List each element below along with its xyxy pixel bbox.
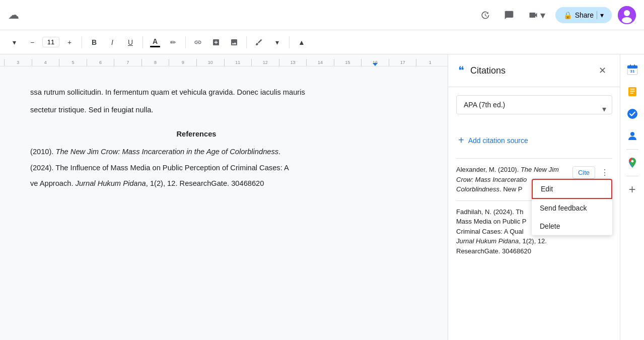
citations-close-button[interactable]: ✕ — [594, 62, 610, 79]
toolbar-menu-button[interactable]: ▾ — [6, 34, 22, 50]
ruler-mark: 14 — [306, 59, 334, 66]
reference-entry-2: (2024). The Influence of Mass Media on P… — [30, 162, 363, 174]
more-icon-1: ⋮ — [601, 168, 609, 177]
document-area[interactable]: 3 4 5 6 7 8 9 10 11 12 13 14 15 16 17 1 — [0, 54, 448, 340]
people-button[interactable] — [623, 127, 641, 145]
svg-point-10 — [630, 132, 634, 136]
reference-entry-3: ve Approach. Jurnal Hukum Pidana, 1(2), … — [30, 178, 363, 189]
toolbar-separator-2 — [142, 36, 143, 48]
dropdown-feedback-item[interactable]: Send feedback — [532, 199, 612, 217]
ruler-mark: 11 — [224, 59, 252, 66]
google-keep-button[interactable] — [623, 83, 641, 101]
google-calendar-button[interactable]: 31 — [623, 60, 641, 79]
text-color-icon: A — [153, 37, 158, 45]
dropdown-edit-item[interactable]: Edit — [532, 179, 612, 199]
plus-icon: + — [67, 38, 71, 46]
chat-button[interactable] — [500, 6, 518, 24]
add-addon-button[interactable]: + — [623, 180, 641, 198]
ruler-mark: 12 — [251, 59, 279, 66]
drawing-icon — [255, 38, 263, 46]
right-panel: ❝ Citations ✕ APA (7th ed.) MLA (9th ed.… — [448, 54, 644, 340]
toolbar-separator-1 — [82, 36, 82, 48]
toolbar: ▾ − 11 + B I U A ✏ ▾ ▲ — [0, 30, 644, 54]
ruler-mark: 17 — [389, 59, 416, 66]
avatar[interactable] — [618, 6, 636, 24]
toolbar-separator-5 — [289, 36, 290, 48]
google-maps-button[interactable] — [623, 154, 641, 172]
ruler-mark: 6 — [87, 59, 114, 66]
italic-icon: I — [111, 38, 113, 46]
history-button[interactable] — [476, 6, 494, 24]
add-citation-source-button[interactable]: + Add citation source — [456, 130, 530, 150]
ruler-mark: 13 — [279, 59, 307, 66]
people-icon — [626, 130, 638, 142]
add-citation-label: Add citation source — [468, 137, 528, 145]
svg-point-1 — [624, 10, 630, 16]
ruler-marks: 3 4 5 6 7 8 9 10 11 12 13 14 15 16 17 1 — [4, 54, 444, 66]
video-meet-button[interactable]: ▾ — [524, 7, 549, 23]
minus-icon: − — [30, 38, 34, 46]
ruler-mark: 8 — [141, 59, 169, 66]
calendar-icon: 31 — [626, 63, 638, 76]
google-tasks-button[interactable] — [623, 105, 641, 123]
rail-separator — [626, 149, 638, 150]
right-icon-rail: 31 — [620, 54, 644, 340]
svg-rect-8 — [628, 87, 636, 96]
top-bar-left: ☁ — [8, 9, 19, 22]
ruler-mark: 9 — [169, 59, 196, 66]
color-bar — [150, 46, 160, 47]
ruler-mark: 1 — [416, 59, 444, 66]
keep-icon — [626, 86, 638, 98]
citations-body[interactable]: APA (7th ed.) MLA (9th ed.) Chicago (17t… — [448, 87, 620, 340]
drawing-caret-button[interactable]: ▾ — [269, 34, 285, 50]
share-lock-icon: 🔒 — [563, 11, 572, 19]
svg-rect-6 — [630, 64, 631, 66]
insert-special-button[interactable] — [208, 34, 224, 50]
doc-paragraph-1: ssa rutrum sollicitudin. In fermentum qu… — [30, 87, 363, 98]
share-button[interactable]: 🔒 Share ▾ — [555, 7, 612, 23]
drawing-caret-icon: ▾ — [275, 38, 279, 46]
references-title: References — [30, 128, 363, 140]
svg-point-9 — [627, 109, 637, 119]
format-select[interactable]: APA (7th ed.) MLA (9th ed.) Chicago (17t… — [456, 95, 612, 114]
italic-button[interactable]: I — [104, 34, 120, 50]
insert-image-button[interactable] — [226, 34, 242, 50]
ruler: 3 4 5 6 7 8 9 10 11 12 13 14 15 16 17 1 — [0, 54, 448, 66]
top-bar: ☁ ▾ 🔒 Share ▾ — [0, 0, 644, 30]
share-caret-icon: ▾ — [600, 11, 604, 19]
link-icon — [194, 38, 202, 46]
citation-entry-1: Alexander, M. (2010). The New Jim Crow: … — [456, 158, 612, 200]
collapse-toolbar-button[interactable]: ▲ — [294, 34, 310, 50]
ruler-mark: 3 — [4, 59, 32, 66]
toolbar-separator-3 — [185, 36, 186, 48]
toolbar-separator-4 — [246, 36, 247, 48]
highlight-icon: ✏ — [170, 38, 176, 46]
document-content[interactable]: ssa rutrum sollicitudin. In fermentum qu… — [0, 66, 393, 214]
ruler-mark: 4 — [32, 59, 59, 66]
add-citation-plus-icon: + — [458, 134, 464, 146]
citations-panel: ❝ Citations ✕ APA (7th ed.) MLA (9th ed.… — [448, 54, 620, 340]
text-color-button[interactable]: A — [147, 34, 163, 50]
collapse-icon: ▲ — [298, 38, 305, 46]
share-label: Share — [575, 11, 594, 19]
menu-caret-icon: ▾ — [13, 38, 16, 46]
toolbar-decrease-font[interactable]: − — [24, 34, 40, 50]
toolbar-increase-font[interactable]: + — [61, 34, 78, 50]
bold-button[interactable]: B — [86, 34, 102, 50]
citations-quote-icon: ❝ — [458, 64, 464, 77]
drawing-button[interactable] — [251, 34, 267, 50]
font-size-value: 11 — [46, 38, 56, 46]
more-options-button-1[interactable]: ⋮ — [597, 165, 612, 180]
highlight-button[interactable]: ✏ — [165, 34, 181, 50]
cloud-icon: ☁ — [8, 9, 19, 22]
underline-button[interactable]: U — [122, 34, 138, 50]
ruler-mark: 10 — [196, 59, 224, 66]
link-button[interactable] — [190, 34, 206, 50]
ruler-mark: 7 — [114, 59, 141, 66]
dropdown-delete-item[interactable]: Delete — [532, 217, 612, 235]
cite-button-1[interactable]: Cite — [573, 166, 595, 179]
ruler-mark: 15 — [334, 59, 362, 66]
doc-paragraph-2: sectetur tristique. Sed in feugiat nulla… — [30, 104, 363, 116]
font-size-display: 11 — [42, 37, 59, 47]
maps-icon — [626, 157, 638, 169]
